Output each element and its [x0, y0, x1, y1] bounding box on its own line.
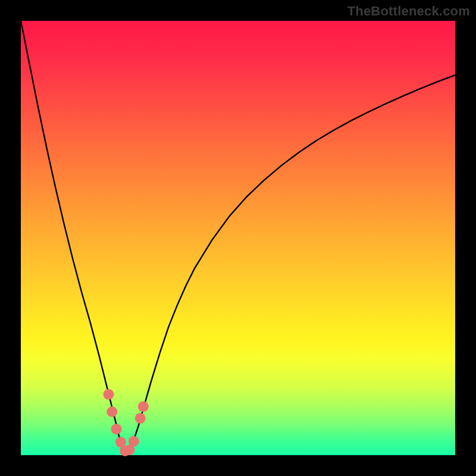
highlight-dot: [107, 406, 117, 417]
bottleneck-curve: [21, 21, 455, 453]
highlight-dots: [103, 389, 148, 456]
highlight-dot: [129, 436, 139, 447]
highlight-dot: [135, 413, 146, 424]
highlight-dot: [138, 401, 149, 412]
watermark-text: TheBottleneck.com: [347, 4, 470, 19]
highlight-dot: [103, 389, 114, 400]
chart-frame: TheBottleneck.com: [0, 0, 476, 476]
plot-area: [21, 21, 455, 455]
highlight-dot: [111, 424, 122, 434]
curve-svg: [21, 21, 455, 455]
